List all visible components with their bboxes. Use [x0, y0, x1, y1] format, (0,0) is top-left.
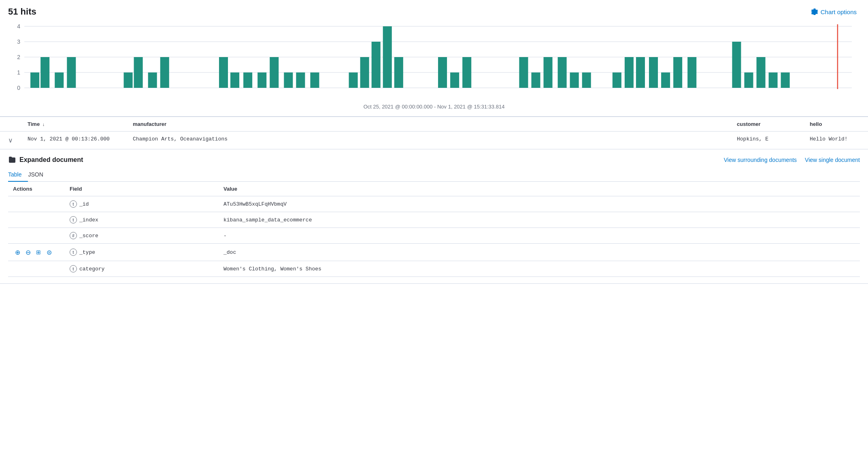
- chart-options-label: Chart options: [821, 9, 857, 15]
- expand-cell: ∨: [0, 132, 21, 149]
- expanded-document: Expanded document View surrounding docum…: [0, 149, 868, 284]
- expanded-doc-header: Expanded document View surrounding docum…: [8, 156, 860, 164]
- svg-rect-12: [55, 72, 64, 88]
- svg-rect-10: [30, 72, 39, 88]
- table-row: ∨ Nov 1, 2021 @ 00:13:26.000 Champion Ar…: [0, 132, 868, 149]
- filter-for-button[interactable]: ⊕: [13, 248, 22, 257]
- svg-rect-39: [582, 72, 591, 88]
- svg-rect-43: [649, 57, 658, 88]
- svg-rect-21: [257, 72, 266, 88]
- chart-timestamp-range: Oct 25, 2021 @ 00:00:00.000 - Nov 1, 202…: [8, 101, 860, 115]
- svg-rect-23: [284, 72, 293, 88]
- svg-rect-33: [462, 57, 471, 88]
- row-expand-button[interactable]: ∨: [6, 136, 15, 145]
- actions-cell-type: ⊕ ⊖ ⊞ ⊜: [8, 244, 65, 261]
- svg-rect-49: [757, 57, 766, 88]
- col-expand: [0, 117, 21, 132]
- svg-text:1: 1: [17, 69, 20, 76]
- svg-rect-36: [544, 57, 553, 88]
- field-name-cell-score: # _score: [65, 228, 219, 244]
- actions-cell-index: [8, 212, 65, 228]
- svg-rect-25: [310, 72, 319, 88]
- svg-text:2: 2: [17, 54, 20, 60]
- svg-text:0: 0: [17, 85, 20, 91]
- svg-rect-13: [67, 57, 76, 88]
- header: 51 hits Chart options: [0, 0, 868, 20]
- svg-rect-24: [296, 72, 305, 88]
- svg-rect-41: [625, 57, 634, 88]
- folder-icon: [8, 156, 16, 164]
- field-name-score: _score: [79, 233, 98, 239]
- svg-rect-45: [673, 57, 682, 88]
- customer-cell: Hopkins, E: [730, 132, 803, 149]
- document-tabs: Table JSON: [8, 168, 860, 182]
- filter-out-button[interactable]: ⊖: [23, 248, 32, 257]
- toggle-column-button[interactable]: ⊞: [34, 248, 43, 257]
- field-name-id: _id: [79, 201, 89, 207]
- type-badge-score: #: [70, 232, 77, 239]
- svg-rect-17: [160, 57, 169, 88]
- filter-exists-button[interactable]: ⊜: [45, 248, 53, 257]
- svg-rect-32: [450, 72, 459, 88]
- svg-rect-19: [230, 72, 239, 88]
- svg-rect-44: [661, 72, 670, 88]
- field-value-type: _doc: [219, 244, 860, 261]
- svg-rect-27: [360, 57, 369, 88]
- main-container: 51 hits Chart options 4 3 2 1 0: [0, 0, 868, 284]
- field-name-cell-type: t _type: [65, 244, 219, 261]
- svg-rect-48: [744, 72, 753, 88]
- svg-rect-38: [570, 72, 579, 88]
- svg-rect-37: [558, 57, 567, 88]
- type-badge-type: t: [70, 249, 77, 256]
- chart-container: 4 3 2 1 0: [0, 20, 868, 117]
- field-value-id: ATu53HwB5xqLFqHVbmqV: [219, 196, 860, 212]
- svg-rect-15: [134, 57, 143, 88]
- svg-text:3: 3: [17, 38, 20, 45]
- view-single-link[interactable]: View single document: [805, 157, 860, 163]
- field-name-type: _type: [79, 249, 95, 255]
- field-name-cell-category: t category: [65, 261, 219, 277]
- svg-rect-28: [372, 42, 381, 88]
- col-time[interactable]: Time ↓: [21, 117, 126, 132]
- chart-area[interactable]: 4 3 2 1 0: [8, 20, 860, 101]
- field-row-index: t _index kibana_sample_data_ecommerce: [8, 212, 860, 228]
- field-value-score: -: [219, 228, 860, 244]
- expanded-doc-title: Expanded document: [8, 156, 83, 164]
- col-field: Field: [65, 182, 219, 196]
- svg-rect-14: [124, 72, 133, 88]
- svg-rect-18: [219, 57, 228, 88]
- time-cell: Nov 1, 2021 @ 00:13:26.000: [21, 132, 126, 149]
- svg-rect-16: [148, 72, 157, 88]
- svg-rect-29: [383, 26, 392, 88]
- field-row-score: # _score -: [8, 228, 860, 244]
- view-surrounding-link[interactable]: View surrounding documents: [724, 157, 797, 163]
- col-actions: Actions: [8, 182, 65, 196]
- col-value: Value: [219, 182, 860, 196]
- tab-json[interactable]: JSON: [28, 168, 49, 182]
- svg-rect-26: [349, 72, 358, 88]
- actions-cell-category: [8, 261, 65, 277]
- col-hello: hello: [803, 117, 868, 132]
- svg-text:4: 4: [17, 23, 20, 30]
- gear-icon: [811, 8, 818, 15]
- svg-rect-30: [394, 57, 403, 88]
- histogram-chart: 4 3 2 1 0: [8, 20, 860, 101]
- actions-cell-score: [8, 228, 65, 244]
- field-name-cell-index: t _index: [65, 212, 219, 228]
- field-name-cell-id: t _id: [65, 196, 219, 212]
- chart-options-button[interactable]: Chart options: [808, 6, 860, 17]
- field-value-category: Women's Clothing, Women's Shoes: [219, 261, 860, 277]
- svg-rect-11: [40, 57, 49, 88]
- svg-rect-46: [687, 57, 696, 88]
- results-table-wrapper: Time ↓ manufacturer customer hello: [0, 117, 868, 149]
- svg-rect-51: [781, 72, 790, 88]
- col-customer: customer: [730, 117, 803, 132]
- fields-table: Actions Field Value t _id ATu: [8, 182, 860, 277]
- svg-rect-42: [636, 57, 645, 88]
- field-row-type: ⊕ ⊖ ⊞ ⊜ t _type _doc: [8, 244, 860, 261]
- svg-rect-40: [613, 72, 621, 88]
- svg-rect-35: [531, 72, 540, 88]
- field-name-category: category: [79, 266, 104, 272]
- svg-rect-31: [438, 57, 447, 88]
- tab-table[interactable]: Table: [8, 168, 28, 182]
